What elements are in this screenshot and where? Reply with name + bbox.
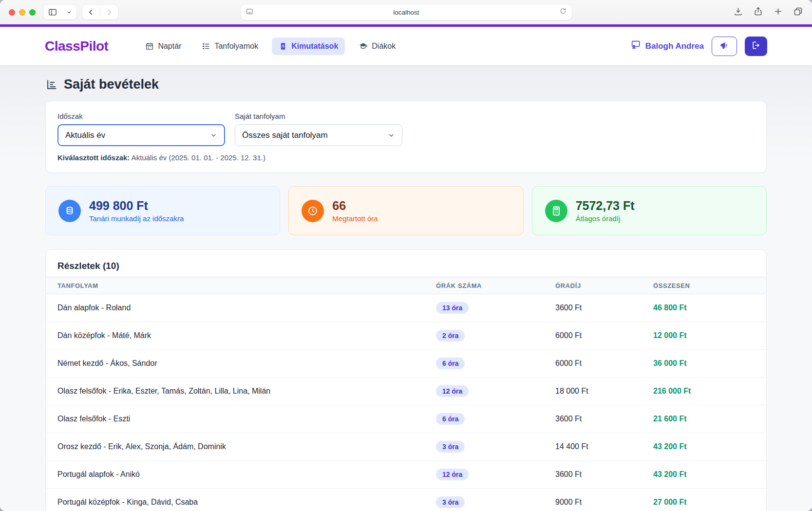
course-select[interactable]: Összes saját tanfolyam <box>235 124 402 146</box>
chevron-down-icon <box>210 132 217 139</box>
income-card: 499 800 Ft Tanári munkadíj az időszakra <box>45 186 280 235</box>
row-total: 216 000 Ft <box>653 387 755 396</box>
table-header-row: Tanfolyam Órák száma Óradíj Összesen <box>46 277 766 294</box>
window-controls <box>9 9 36 16</box>
table-row: Portugál alapfok - Anikó 12 óra 3600 Ft … <box>46 461 766 489</box>
report-icon: $ <box>279 42 287 51</box>
period-field: Időszak Aktuális év <box>57 112 225 146</box>
page-icon <box>245 7 254 18</box>
teacher-icon <box>630 39 641 53</box>
share-button[interactable] <box>753 6 763 19</box>
col-header-hours: Órák száma <box>436 282 555 289</box>
hours-badge: 6 óra <box>436 358 465 369</box>
hourly-rate: 9000 Ft <box>555 498 653 507</box>
hourly-rate: 14 400 Ft <box>555 442 653 451</box>
course-label: Saját tanfolyam <box>235 112 402 120</box>
sidebar-control-group <box>43 5 76 19</box>
calendar-icon <box>145 42 154 51</box>
chevron-down-icon <box>388 132 395 139</box>
nav-item-label: Kimutatások <box>291 42 338 51</box>
browser-chrome: localhost <box>0 0 812 24</box>
logout-icon <box>751 40 761 52</box>
hourly-rate: 6000 Ft <box>555 359 653 368</box>
nav-item-kimutatasok[interactable]: $ Kimutatások <box>272 38 345 55</box>
table-row: Portugál középfok - Kinga, Dávid, Csaba … <box>46 489 766 511</box>
details-table-card: Részletek (10) Tanfolyam Órák száma Órad… <box>45 249 767 511</box>
period-label: Időszak <box>57 112 225 120</box>
nav-item-diakok[interactable]: Diákok <box>352 37 402 55</box>
hours-badge: 3 óra <box>436 441 465 453</box>
calculator-icon <box>545 200 567 222</box>
forward-button[interactable] <box>100 5 118 19</box>
page-title-text: Saját bevételek <box>64 77 159 92</box>
main-nav: Naptár Tanfolyamok $ Kimutatások Diákok <box>138 37 402 55</box>
course-name: Dán alapfok - Roland <box>57 303 436 312</box>
logout-button[interactable] <box>745 37 767 56</box>
reload-icon[interactable] <box>559 7 567 17</box>
hours-badge: 2 óra <box>436 330 465 341</box>
megaphone-icon <box>719 40 729 52</box>
hours-badge: 13 óra <box>436 302 469 314</box>
hours-badge: 12 óra <box>436 469 469 480</box>
row-total: 12 000 Ft <box>653 331 755 340</box>
course-name: Dán középfok - Máté, Márk <box>57 331 436 340</box>
course-select-value: Összes saját tanfolyam <box>242 131 328 140</box>
history-nav-group <box>82 5 118 19</box>
coins-icon <box>58 200 81 222</box>
back-button[interactable] <box>82 5 100 19</box>
filter-card: Időszak Aktuális év Saját tanfolyam Össz… <box>45 101 767 173</box>
nav-item-label: Diákok <box>372 42 396 51</box>
hours-value: 66 <box>332 199 378 213</box>
tab-overview-button[interactable] <box>793 6 803 19</box>
announcements-button[interactable] <box>712 37 737 56</box>
period-select[interactable]: Aktuális év <box>57 124 225 146</box>
course-name: Olasz felsőfok - Erika, Eszter, Tamás, Z… <box>57 387 436 396</box>
sidebar-menu-chevron[interactable] <box>62 5 76 19</box>
table-title: Részletek (10) <box>46 250 766 277</box>
col-header-course: Tanfolyam <box>57 282 436 289</box>
downloads-button[interactable] <box>733 6 743 19</box>
row-total: 43 200 Ft <box>653 470 755 479</box>
minimize-window-button[interactable] <box>19 9 25 16</box>
selected-period-value: Aktuális év (2025. 01. 01. - 2025. 12. 3… <box>130 153 265 162</box>
hourly-rate: 3600 Ft <box>555 470 653 479</box>
hourly-rate: 3600 Ft <box>555 303 653 312</box>
row-total: 43 200 Ft <box>653 442 755 451</box>
nav-item-naptar[interactable]: Naptár <box>138 38 188 55</box>
hours-badge: 3 óra <box>436 496 465 508</box>
brand-logo[interactable]: ClassPilot <box>45 38 108 54</box>
nav-item-label: Tanfolyamok <box>214 42 258 51</box>
graduation-cap-icon <box>359 41 368 51</box>
course-name: Német kezdő - Ákos, Sándor <box>57 359 436 368</box>
close-window-button[interactable] <box>9 9 15 16</box>
page-title: Saját bevételek <box>45 65 767 92</box>
average-rate-value: 7572,73 Ft <box>576 199 635 213</box>
average-rate-card: 7572,73 Ft Átlagos óradíj <box>532 186 767 235</box>
bar-chart-icon <box>45 78 58 91</box>
income-label: Tanári munkadíj az időszakra <box>89 214 184 223</box>
toolbar-right <box>733 6 803 19</box>
table-row: Orosz kezdő - Erik, Alex, Szonja, Ádám, … <box>46 433 766 461</box>
page-content: Saját bevételek Időszak Aktuális év <box>0 65 812 511</box>
nav-item-tanfolyamok[interactable]: Tanfolyamok <box>195 38 265 55</box>
address-bar[interactable]: localhost <box>241 4 572 20</box>
url-text[interactable]: localhost <box>254 9 559 16</box>
zoom-window-button[interactable] <box>29 9 36 16</box>
row-total: 21 600 Ft <box>653 415 755 423</box>
course-name: Portugál középfok - Kinga, Dávid, Csaba <box>57 498 436 507</box>
selected-period-info: Kiválasztott időszak: Aktuális év (2025.… <box>57 153 755 162</box>
sidebar-toggle-button[interactable] <box>43 5 62 19</box>
hours-badge: 12 óra <box>436 385 469 397</box>
new-tab-button[interactable] <box>773 6 783 19</box>
table-row: Dán alapfok - Roland 13 óra 3600 Ft 46 8… <box>46 294 766 322</box>
browser-window: localhost ClassPilot <box>0 0 812 511</box>
table-row: Dán középfok - Máté, Márk 2 óra 6000 Ft … <box>46 322 766 350</box>
hours-card: 66 Megtartott óra <box>288 186 523 235</box>
course-name: Orosz kezdő - Erik, Alex, Szonja, Ádám, … <box>57 442 436 451</box>
income-value: 499 800 Ft <box>89 199 184 213</box>
col-header-rate: Óradíj <box>555 282 653 289</box>
summary-cards: 499 800 Ft Tanári munkadíj az időszakra … <box>45 186 767 235</box>
user-menu[interactable]: Balogh Andrea <box>630 39 704 53</box>
hourly-rate: 3600 Ft <box>555 415 653 423</box>
course-name: Olasz felsőfok - Eszti <box>57 415 436 423</box>
